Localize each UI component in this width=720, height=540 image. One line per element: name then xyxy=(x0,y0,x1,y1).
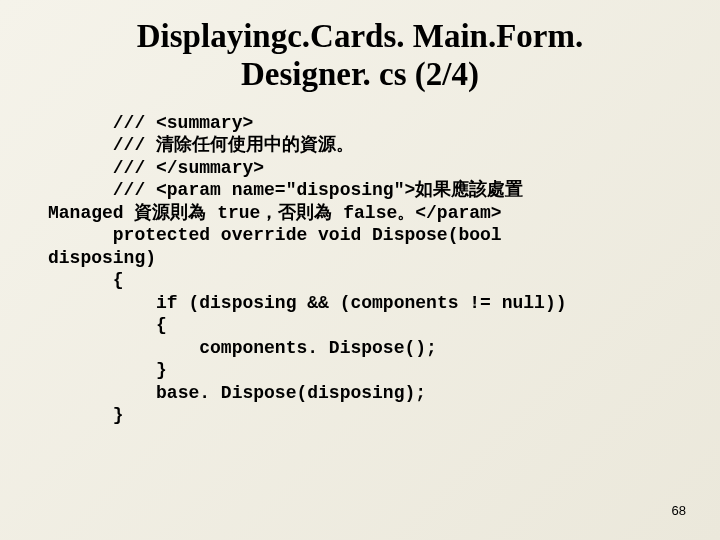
code-block: /// <summary> /// 清除任何使用中的資源。 /// </summ… xyxy=(48,112,690,427)
title-line-1: Displayingc.Cards. Main.Form. xyxy=(137,18,583,54)
page-number: 68 xyxy=(672,503,686,518)
slide-title: Displayingc.Cards. Main.Form. Designer. … xyxy=(30,18,690,94)
slide: Displayingc.Cards. Main.Form. Designer. … xyxy=(0,0,720,540)
title-line-2: Designer. cs (2/4) xyxy=(241,56,479,92)
